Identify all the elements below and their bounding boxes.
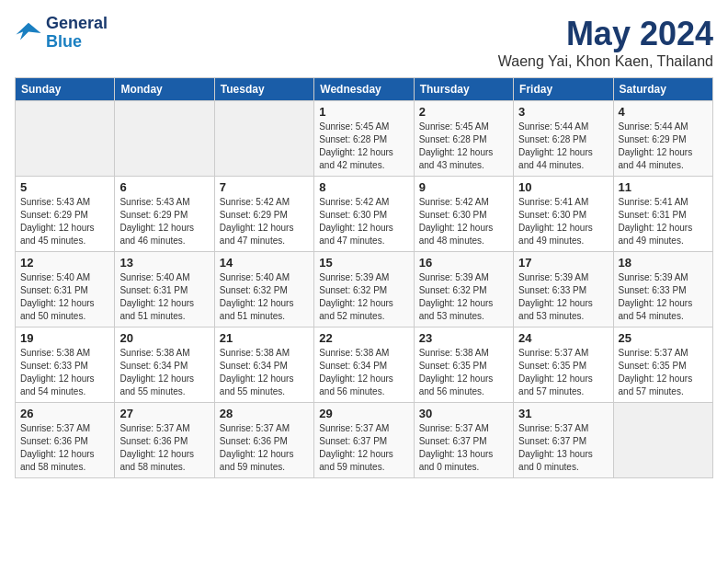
weekday-header-sunday: Sunday [16, 78, 115, 101]
day-info: Sunrise: 5:40 AMSunset: 6:32 PMDaylight:… [220, 271, 309, 323]
day-info: Sunrise: 5:44 AMSunset: 6:29 PMDaylight:… [619, 121, 708, 172]
month-year-title: May 2024 [498, 15, 713, 53]
day-info: Sunrise: 5:43 AMSunset: 6:29 PMDaylight:… [20, 196, 109, 247]
calendar-cell: 2Sunrise: 5:45 AMSunset: 6:28 PMDaylight… [414, 101, 513, 177]
page-header: General Blue May 2024 Waeng Yai, Khon Ka… [15, 15, 713, 70]
calendar-cell: 16Sunrise: 5:39 AMSunset: 6:32 PMDayligh… [414, 252, 513, 327]
day-number: 30 [419, 407, 508, 420]
day-number: 27 [119, 407, 209, 420]
logo-text: General Blue [46, 15, 108, 52]
day-number: 28 [220, 407, 309, 420]
day-number: 6 [119, 180, 209, 194]
day-info: Sunrise: 5:37 AMSunset: 6:35 PMDaylight:… [518, 347, 608, 398]
weekday-header-tuesday: Tuesday [214, 78, 313, 101]
day-number: 8 [319, 180, 408, 194]
day-info: Sunrise: 5:39 AMSunset: 6:33 PMDaylight:… [619, 271, 708, 323]
day-info: Sunrise: 5:37 AMSunset: 6:35 PMDaylight:… [619, 347, 708, 398]
day-number: 14 [220, 256, 309, 270]
calendar-body: 1Sunrise: 5:45 AMSunset: 6:28 PMDaylight… [16, 101, 713, 478]
day-info: Sunrise: 5:39 AMSunset: 6:32 PMDaylight:… [419, 271, 508, 323]
calendar-cell: 15Sunrise: 5:39 AMSunset: 6:32 PMDayligh… [314, 252, 414, 327]
day-info: Sunrise: 5:42 AMSunset: 6:30 PMDaylight:… [419, 196, 508, 247]
day-number: 17 [518, 256, 608, 270]
calendar-cell: 26Sunrise: 5:37 AMSunset: 6:36 PMDayligh… [16, 403, 115, 478]
calendar-cell: 6Sunrise: 5:43 AMSunset: 6:29 PMDaylight… [115, 177, 214, 252]
weekday-header-friday: Friday [514, 78, 613, 101]
day-number: 13 [119, 256, 209, 270]
calendar-week-3: 12Sunrise: 5:40 AMSunset: 6:31 PMDayligh… [16, 252, 713, 327]
day-info: Sunrise: 5:40 AMSunset: 6:31 PMDaylight:… [20, 271, 109, 323]
calendar-cell: 11Sunrise: 5:41 AMSunset: 6:31 PMDayligh… [613, 177, 712, 252]
weekday-header-thursday: Thursday [414, 78, 513, 101]
calendar-cell: 8Sunrise: 5:42 AMSunset: 6:30 PMDaylight… [314, 177, 414, 252]
weekday-header-saturday: Saturday [613, 78, 712, 101]
day-number: 19 [20, 331, 109, 345]
location-subtitle: Waeng Yai, Khon Kaen, Thailand [498, 53, 713, 70]
day-info: Sunrise: 5:39 AMSunset: 6:32 PMDaylight:… [319, 271, 408, 323]
calendar-cell: 30Sunrise: 5:37 AMSunset: 6:37 PMDayligh… [414, 403, 513, 478]
logo: General Blue [15, 15, 108, 52]
day-number: 23 [419, 331, 508, 345]
day-info: Sunrise: 5:43 AMSunset: 6:29 PMDaylight:… [119, 196, 209, 247]
calendar-cell: 24Sunrise: 5:37 AMSunset: 6:35 PMDayligh… [514, 327, 613, 403]
logo-icon [15, 19, 42, 47]
calendar-cell: 1Sunrise: 5:45 AMSunset: 6:28 PMDaylight… [314, 101, 414, 177]
day-number: 3 [518, 105, 608, 119]
day-info: Sunrise: 5:38 AMSunset: 6:35 PMDaylight:… [419, 347, 508, 398]
calendar-cell: 17Sunrise: 5:39 AMSunset: 6:33 PMDayligh… [514, 252, 613, 327]
day-number: 29 [319, 407, 408, 420]
calendar-cell: 3Sunrise: 5:44 AMSunset: 6:28 PMDaylight… [514, 101, 613, 177]
day-info: Sunrise: 5:41 AMSunset: 6:30 PMDaylight:… [518, 196, 608, 247]
day-number: 26 [20, 407, 109, 420]
weekday-header-row: SundayMondayTuesdayWednesdayThursdayFrid… [16, 78, 713, 101]
calendar-week-4: 19Sunrise: 5:38 AMSunset: 6:33 PMDayligh… [16, 327, 713, 403]
day-info: Sunrise: 5:38 AMSunset: 6:34 PMDaylight:… [119, 347, 209, 398]
day-info: Sunrise: 5:45 AMSunset: 6:28 PMDaylight:… [319, 121, 408, 172]
calendar-header: SundayMondayTuesdayWednesdayThursdayFrid… [16, 78, 713, 101]
calendar-cell: 31Sunrise: 5:37 AMSunset: 6:37 PMDayligh… [514, 403, 613, 478]
weekday-header-monday: Monday [115, 78, 214, 101]
day-number: 25 [619, 331, 708, 345]
calendar-cell: 23Sunrise: 5:38 AMSunset: 6:35 PMDayligh… [414, 327, 513, 403]
calendar-cell [16, 101, 115, 177]
calendar-cell: 29Sunrise: 5:37 AMSunset: 6:37 PMDayligh… [314, 403, 414, 478]
svg-marker-0 [17, 23, 41, 40]
calendar-cell: 9Sunrise: 5:42 AMSunset: 6:30 PMDaylight… [414, 177, 513, 252]
day-info: Sunrise: 5:37 AMSunset: 6:36 PMDaylight:… [119, 422, 209, 474]
day-info: Sunrise: 5:44 AMSunset: 6:28 PMDaylight:… [518, 121, 608, 172]
day-info: Sunrise: 5:38 AMSunset: 6:34 PMDaylight:… [319, 347, 408, 398]
day-number: 11 [619, 180, 708, 194]
day-number: 20 [119, 331, 209, 345]
calendar-cell: 18Sunrise: 5:39 AMSunset: 6:33 PMDayligh… [613, 252, 712, 327]
day-info: Sunrise: 5:41 AMSunset: 6:31 PMDaylight:… [619, 196, 708, 247]
calendar-week-1: 1Sunrise: 5:45 AMSunset: 6:28 PMDaylight… [16, 101, 713, 177]
day-number: 24 [518, 331, 608, 345]
day-number: 1 [319, 105, 408, 119]
day-number: 7 [220, 180, 309, 194]
day-info: Sunrise: 5:37 AMSunset: 6:37 PMDaylight:… [419, 422, 508, 474]
day-info: Sunrise: 5:38 AMSunset: 6:33 PMDaylight:… [20, 347, 109, 398]
calendar-cell: 5Sunrise: 5:43 AMSunset: 6:29 PMDaylight… [16, 177, 115, 252]
day-number: 5 [20, 180, 109, 194]
calendar-cell: 20Sunrise: 5:38 AMSunset: 6:34 PMDayligh… [115, 327, 214, 403]
day-number: 18 [619, 256, 708, 270]
day-info: Sunrise: 5:38 AMSunset: 6:34 PMDaylight:… [220, 347, 309, 398]
day-number: 4 [619, 105, 708, 119]
day-number: 10 [518, 180, 608, 194]
weekday-header-wednesday: Wednesday [314, 78, 414, 101]
calendar-cell: 28Sunrise: 5:37 AMSunset: 6:36 PMDayligh… [214, 403, 313, 478]
day-number: 15 [319, 256, 408, 270]
calendar-cell: 13Sunrise: 5:40 AMSunset: 6:31 PMDayligh… [115, 252, 214, 327]
day-info: Sunrise: 5:37 AMSunset: 6:36 PMDaylight:… [20, 422, 109, 474]
calendar-cell [214, 101, 313, 177]
calendar-cell: 21Sunrise: 5:38 AMSunset: 6:34 PMDayligh… [214, 327, 313, 403]
day-number: 21 [220, 331, 309, 345]
day-info: Sunrise: 5:37 AMSunset: 6:37 PMDaylight:… [518, 422, 608, 474]
calendar-cell: 27Sunrise: 5:37 AMSunset: 6:36 PMDayligh… [115, 403, 214, 478]
day-info: Sunrise: 5:45 AMSunset: 6:28 PMDaylight:… [419, 121, 508, 172]
day-info: Sunrise: 5:40 AMSunset: 6:31 PMDaylight:… [119, 271, 209, 323]
day-info: Sunrise: 5:37 AMSunset: 6:36 PMDaylight:… [220, 422, 309, 474]
calendar-cell: 4Sunrise: 5:44 AMSunset: 6:29 PMDaylight… [613, 101, 712, 177]
day-number: 22 [319, 331, 408, 345]
calendar-cell [115, 101, 214, 177]
